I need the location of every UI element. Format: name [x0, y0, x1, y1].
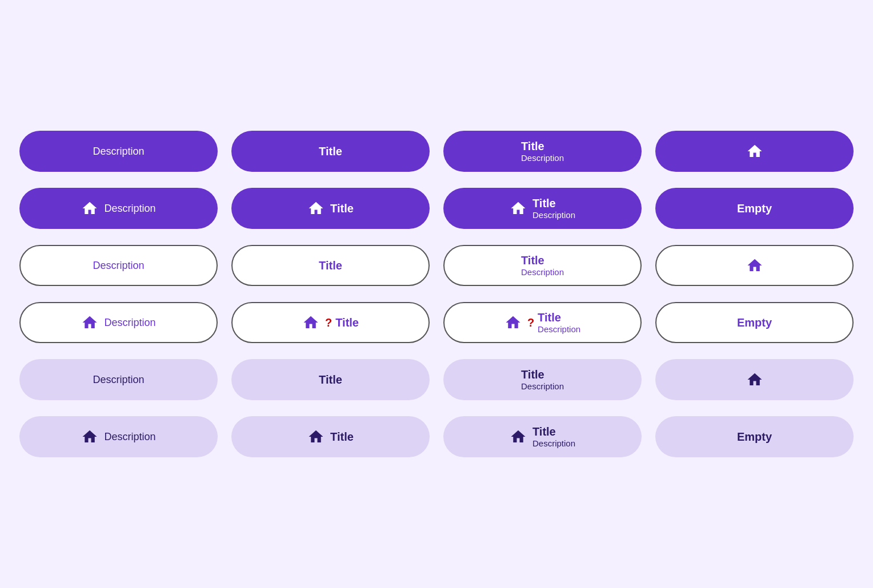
btn-light-title-description[interactable]: Title Description: [443, 359, 642, 400]
btn-light-icon-title[interactable]: Title: [231, 416, 430, 457]
btn-content: Title Description: [521, 253, 564, 277]
btn-light-icon-only[interactable]: [655, 359, 854, 400]
home-icon: [307, 200, 325, 217]
btn-light-empty[interactable]: Empty: [655, 416, 854, 457]
home-icon: [81, 200, 98, 217]
home-icon: [746, 257, 763, 274]
button-grid: Description Title Title Description Desc…: [19, 131, 854, 457]
question-mark: ?: [325, 316, 332, 329]
btn-filled-description[interactable]: Description: [19, 131, 218, 172]
btn-filled-icon-title[interactable]: Title: [231, 188, 430, 229]
btn-outline-title-description[interactable]: Title Description: [443, 245, 642, 286]
title-label: Title: [521, 253, 544, 267]
btn-light-icon-description[interactable]: Description: [19, 416, 218, 457]
btn-content: Title Description: [532, 425, 575, 449]
title-label: Title: [335, 316, 359, 329]
empty-label: Empty: [737, 316, 772, 329]
btn-content: Title Description: [521, 368, 564, 392]
btn-light-description[interactable]: Description: [19, 359, 218, 400]
description-label: Description: [521, 267, 564, 277]
home-icon: [510, 200, 527, 217]
btn-light-icon-title-description[interactable]: Title Description: [443, 416, 642, 457]
btn-filled-title-description[interactable]: Title Description: [443, 131, 642, 172]
description-label: Description: [538, 324, 580, 335]
description-label: Description: [93, 146, 144, 158]
home-icon: [81, 314, 98, 331]
title-label: Title: [521, 139, 544, 153]
description-label: Description: [532, 210, 575, 220]
btn-content: Title Description: [532, 196, 575, 220]
title-label: Title: [319, 259, 342, 272]
home-icon: [504, 314, 522, 331]
home-icon: [746, 371, 763, 388]
description-label: Description: [521, 153, 564, 163]
btn-outline-title[interactable]: Title: [231, 245, 430, 286]
description-label: Description: [93, 260, 144, 272]
btn-content: Title Description: [521, 139, 564, 163]
title-label: Title: [532, 196, 556, 210]
title-label: Title: [319, 373, 342, 386]
description-label: Description: [93, 374, 144, 386]
home-icon: [302, 314, 319, 331]
btn-light-title[interactable]: Title: [231, 359, 430, 400]
title-label: Title: [330, 202, 354, 215]
empty-label: Empty: [737, 202, 772, 215]
btn-outline-icon-only[interactable]: [655, 245, 854, 286]
question-mark: ?: [527, 316, 534, 329]
title-label: Title: [319, 145, 342, 158]
btn-outline-icon-question-title[interactable]: ? Title: [231, 302, 430, 343]
btn-filled-title[interactable]: Title: [231, 131, 430, 172]
home-icon: [510, 428, 527, 445]
title-label: Title: [330, 430, 354, 444]
btn-outline-icon-question-title-description[interactable]: ? Title Description: [443, 302, 642, 343]
btn-outline-description[interactable]: Description: [19, 245, 218, 286]
description-label: Description: [104, 431, 155, 443]
description-label: Description: [521, 381, 564, 392]
title-label: Title: [521, 368, 544, 381]
btn-outline-empty[interactable]: Empty: [655, 302, 854, 343]
home-icon: [81, 428, 98, 445]
home-icon: [746, 143, 763, 160]
btn-content: Title Description: [538, 311, 580, 335]
description-label: Description: [532, 438, 575, 449]
title-label: Title: [532, 425, 556, 438]
description-label: Description: [104, 317, 155, 329]
title-label: Title: [538, 311, 561, 324]
btn-filled-icon-title-description[interactable]: Title Description: [443, 188, 642, 229]
home-icon: [307, 428, 325, 445]
description-label: Description: [104, 203, 155, 215]
btn-filled-icon-only[interactable]: [655, 131, 854, 172]
btn-outline-icon-description[interactable]: Description: [19, 302, 218, 343]
empty-label: Empty: [737, 430, 772, 444]
btn-filled-empty[interactable]: Empty: [655, 188, 854, 229]
btn-filled-icon-description[interactable]: Description: [19, 188, 218, 229]
